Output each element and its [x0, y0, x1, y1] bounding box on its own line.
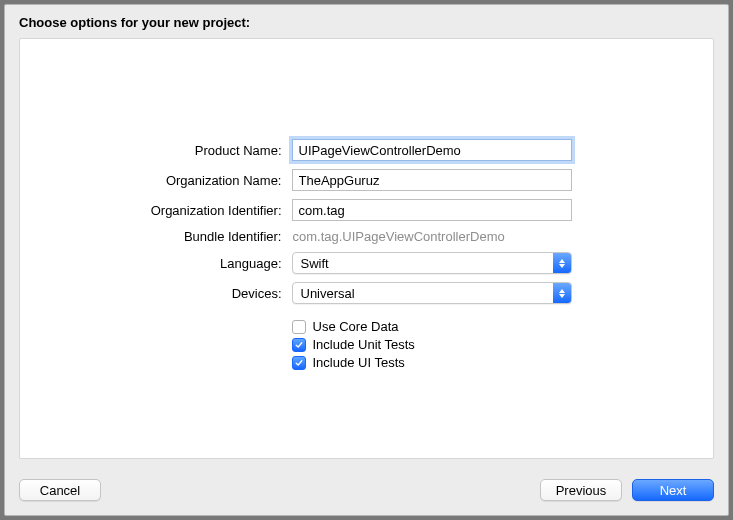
row-bundle-identifier: Bundle Identifier: com.tag.UIPageViewCon…: [137, 229, 597, 244]
bundle-identifier-value: com.tag.UIPageViewControllerDemo: [292, 229, 505, 244]
devices-value: Universal: [293, 286, 553, 301]
label-product-name: Product Name:: [137, 143, 292, 158]
checkmark-icon: [295, 341, 303, 349]
row-product-name: Product Name:: [137, 139, 597, 161]
language-popup[interactable]: Swift: [292, 252, 572, 274]
use-core-data-label: Use Core Data: [313, 319, 399, 334]
include-ui-tests-label: Include UI Tests: [313, 355, 405, 370]
cancel-button[interactable]: Cancel: [19, 479, 101, 501]
org-identifier-field[interactable]: [292, 199, 572, 221]
updown-icon: [553, 283, 571, 303]
row-devices: Devices: Universal: [137, 282, 597, 304]
label-org-name: Organization Name:: [137, 173, 292, 188]
label-devices: Devices:: [137, 286, 292, 301]
label-bundle-identifier: Bundle Identifier:: [137, 229, 292, 244]
org-name-field[interactable]: [292, 169, 572, 191]
label-language: Language:: [137, 256, 292, 271]
checkmark-icon: [295, 359, 303, 367]
content-outer: Product Name: Organization Name: Organiz…: [5, 38, 728, 469]
row-org-name: Organization Name:: [137, 169, 597, 191]
row-org-identifier: Organization Identifier:: [137, 199, 597, 221]
row-language: Language: Swift: [137, 252, 597, 274]
button-bar: Cancel Previous Next: [5, 469, 728, 515]
devices-popup[interactable]: Universal: [292, 282, 572, 304]
previous-button[interactable]: Previous: [540, 479, 622, 501]
form: Product Name: Organization Name: Organiz…: [137, 139, 597, 370]
next-button[interactable]: Next: [632, 479, 714, 501]
product-name-field[interactable]: [292, 139, 572, 161]
updown-icon: [553, 253, 571, 273]
language-value: Swift: [293, 256, 553, 271]
include-unit-tests-label: Include Unit Tests: [313, 337, 415, 352]
include-ui-tests-checkbox[interactable]: [292, 356, 306, 370]
label-org-identifier: Organization Identifier:: [137, 203, 292, 218]
include-unit-tests-checkbox[interactable]: [292, 338, 306, 352]
row-include-ui-tests: Include UI Tests: [292, 355, 597, 370]
use-core-data-checkbox[interactable]: [292, 320, 306, 334]
row-use-core-data: Use Core Data: [292, 319, 597, 334]
dialog-title: Choose options for your new project:: [5, 5, 728, 38]
options-block: Use Core Data Include Unit Tests Include…: [137, 312, 597, 370]
content-frame: Product Name: Organization Name: Organiz…: [19, 38, 714, 459]
row-include-unit-tests: Include Unit Tests: [292, 337, 597, 352]
new-project-dialog: Choose options for your new project: Pro…: [4, 4, 729, 516]
